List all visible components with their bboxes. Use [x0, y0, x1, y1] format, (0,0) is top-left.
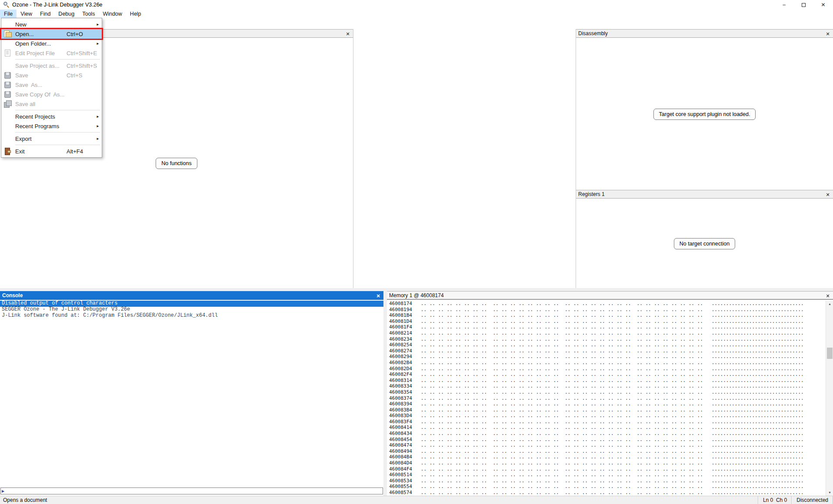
menubar-item-debug[interactable]: Debug — [54, 10, 78, 18]
disassembly-close-icon[interactable]: ✕ — [824, 30, 831, 37]
titlebar[interactable]: Ozone - The J-Link Debugger V3.26e – ✕ — [0, 0, 833, 10]
memory-row[interactable]: 46008494 .. .. .. .. .. .. .. .. .. .. .… — [389, 448, 826, 454]
minimize-button[interactable]: – — [774, 0, 794, 10]
memory-row[interactable]: 46008574 .. .. .. .. .. .. .. .. .. .. .… — [389, 490, 826, 496]
menu-item-recent-programs[interactable]: Recent Programs► — [1, 121, 102, 131]
menubar-item-help[interactable]: Help — [126, 10, 145, 18]
console-line[interactable]: SEGGER Ozone - The J-Link Debugger V3.26… — [0, 307, 383, 313]
memory-row[interactable]: 46008234 .. .. .. .. .. .. .. .. .. .. .… — [389, 336, 826, 342]
disassembly-message: Target core support plugin not loaded. — [653, 109, 756, 120]
menu-separator — [15, 59, 100, 60]
console-output[interactable]: Disabled output of control charactersSEG… — [0, 301, 383, 486]
memory-row[interactable]: 460084F4 .. .. .. .. .. .. .. .. .. .. .… — [389, 466, 826, 472]
vertical-splitter[interactable] — [383, 291, 387, 496]
memory-row[interactable]: 460083D4 .. .. .. .. .. .. .. .. .. .. .… — [389, 413, 826, 419]
memory-row[interactable]: 460082F4 .. .. .. .. .. .. .. .. .. .. .… — [389, 371, 826, 378]
maximize-button[interactable] — [794, 0, 813, 10]
document-area — [353, 29, 576, 288]
memory-rows[interactable]: 46008174 .. .. .. .. .. .. .. .. .. .. .… — [387, 301, 826, 496]
menubar-item-view[interactable]: View — [17, 10, 36, 18]
disassembly-panel-header[interactable]: Disassembly ✕ — [576, 29, 833, 38]
minimize-icon: – — [783, 2, 786, 8]
memory-row[interactable]: 460084B4 .. .. .. .. .. .. .. .. .. .. .… — [389, 454, 826, 460]
memory-close-icon[interactable]: ✕ — [824, 292, 831, 299]
menu-separator — [15, 110, 100, 110]
save-all-icon — [3, 100, 12, 107]
memory-row[interactable]: 460082D4 .. .. .. .. .. .. .. .. .. .. .… — [389, 366, 826, 372]
menu-item-label: Save As... — [15, 82, 67, 88]
memory-row[interactable]: 46008334 .. .. .. .. .. .. .. .. .. .. .… — [389, 383, 826, 389]
menu-item-label: Exit — [15, 148, 67, 155]
menu-separator — [15, 132, 100, 133]
horizontal-splitter[interactable] — [0, 288, 833, 291]
memory-row[interactable]: 46008294 .. .. .. .. .. .. .. .. .. .. .… — [389, 354, 826, 360]
scroll-up-icon[interactable]: ▲ — [826, 301, 833, 307]
console-close-icon[interactable]: ✕ — [375, 292, 382, 299]
status-cursor-position: Ln 0 Ch 0 — [758, 496, 792, 504]
menu-item-label: Save Copy Of As... — [15, 91, 67, 98]
menu-item-new[interactable]: New► — [1, 20, 102, 29]
console-command-input[interactable]: ▶ — [0, 487, 383, 494]
toolbar-strip — [0, 18, 833, 29]
memory-row[interactable]: 46008394 .. .. .. .. .. .. .. .. .. .. .… — [389, 401, 826, 407]
memory-row[interactable]: 46008214 .. .. .. .. .. .. .. .. .. .. .… — [389, 330, 826, 336]
menubar-item-find[interactable]: Find — [36, 10, 54, 18]
menubar-item-tools[interactable]: Tools — [78, 10, 99, 18]
menu-item-label: New — [15, 21, 67, 28]
memory-row[interactable]: 46008314 .. .. .. .. .. .. .. .. .. .. .… — [389, 378, 826, 384]
menu-icon-placeholder — [3, 135, 12, 142]
scroll-down-icon[interactable]: ▼ — [826, 489, 833, 496]
memory-row[interactable]: 460083F4 .. .. .. .. .. .. .. .. .. .. .… — [389, 419, 826, 425]
console-panel-title: Console — [2, 292, 23, 298]
memory-row[interactable]: 46008414 .. .. .. .. .. .. .. .. .. .. .… — [389, 424, 826, 431]
memory-row[interactable]: 46008554 .. .. .. .. .. .. .. .. .. .. .… — [389, 484, 826, 490]
memory-row[interactable]: 460084D4 .. .. .. .. .. .. .. .. .. .. .… — [389, 460, 826, 466]
memory-row[interactable]: 460081B4 .. .. .. .. .. .. .. .. .. .. .… — [389, 312, 826, 318]
edit-file-icon — [3, 50, 12, 56]
memory-row[interactable]: 46008254 .. .. .. .. .. .. .. .. .. .. .… — [389, 342, 826, 348]
functions-close-icon[interactable]: ✕ — [344, 30, 351, 37]
memory-row[interactable]: 460081F4 .. .. .. .. .. .. .. .. .. .. .… — [389, 324, 826, 330]
registers-message: No target connection — [674, 238, 735, 249]
memory-row[interactable]: 46008354 .. .. .. .. .. .. .. .. .. .. .… — [389, 389, 826, 395]
memory-row[interactable]: 460081D4 .. .. .. .. .. .. .. .. .. .. .… — [389, 318, 826, 325]
menu-item-export[interactable]: Export► — [1, 134, 102, 143]
memory-row[interactable]: 46008194 .. .. .. .. .. .. .. .. .. .. .… — [389, 307, 826, 313]
memory-row[interactable]: 46008474 .. .. .. .. .. .. .. .. .. .. .… — [389, 442, 826, 448]
menu-item-label: Edit Project File — [15, 50, 67, 56]
console-line[interactable]: Disabled output of control characters — [0, 301, 383, 307]
memory-row[interactable]: 46008434 .. .. .. .. .. .. .. .. .. .. .… — [389, 431, 826, 437]
menu-icon-placeholder — [3, 40, 12, 47]
menu-item-open[interactable]: Open...Ctrl+O — [1, 29, 102, 39]
ozone-window: Ozone - The J-Link Debugger V3.26e – ✕ F… — [0, 0, 833, 504]
registers-close-icon[interactable]: ✕ — [824, 191, 831, 198]
memory-panel-header[interactable]: Memory 1 @ 46008174 ✕ — [387, 291, 833, 300]
menu-item-open-folder[interactable]: Open Folder...► — [1, 39, 102, 48]
status-connection: Disconnected — [792, 496, 833, 504]
memory-row[interactable]: 46008374 .. .. .. .. .. .. .. .. .. .. .… — [389, 395, 826, 401]
menu-item-label: Open Folder... — [15, 40, 67, 47]
console-line[interactable]: J-Link software found at: C:/Program Fil… — [0, 313, 383, 319]
registers-panel-header[interactable]: Registers 1 ✕ — [576, 190, 833, 199]
menu-icon-placeholder — [3, 21, 12, 28]
menu-item-recent-projects[interactable]: Recent Projects► — [1, 112, 102, 121]
scrollbar-thumb[interactable] — [827, 348, 833, 359]
close-button[interactable]: ✕ — [813, 0, 833, 10]
memory-row[interactable]: 46008514 .. .. .. .. .. .. .. .. .. .. .… — [389, 472, 826, 478]
memory-row[interactable]: 460083B4 .. .. .. .. .. .. .. .. .. .. .… — [389, 407, 826, 413]
memory-row[interactable]: 46008174 .. .. .. .. .. .. .. .. .. .. .… — [389, 301, 826, 307]
menubar-item-file[interactable]: File — [0, 10, 17, 18]
memory-row[interactable]: 46008274 .. .. .. .. .. .. .. .. .. .. .… — [389, 348, 826, 354]
memory-row[interactable]: 46008454 .. .. .. .. .. .. .. .. .. .. .… — [389, 437, 826, 443]
registers-panel-body: No target connection — [576, 199, 833, 288]
menu-item-label: Recent Projects — [15, 113, 67, 120]
menu-item-exit[interactable]: ExitAlt+F4 — [1, 146, 102, 156]
submenu-arrow-icon: ► — [95, 23, 100, 27]
memory-scrollbar[interactable]: ▲ ▼ — [826, 301, 833, 496]
memory-row[interactable]: 460082B4 .. .. .. .. .. .. .. .. .. .. .… — [389, 360, 826, 366]
menu-item-edit-project-file: Edit Project FileCtrl+Shift+E — [1, 48, 102, 58]
save-icon — [3, 91, 12, 98]
memory-row[interactable]: 46008534 .. .. .. .. .. .. .. .. .. .. .… — [389, 478, 826, 484]
menubar-item-window[interactable]: Window — [99, 10, 126, 18]
console-panel-header[interactable]: Console ✕ — [0, 291, 383, 300]
